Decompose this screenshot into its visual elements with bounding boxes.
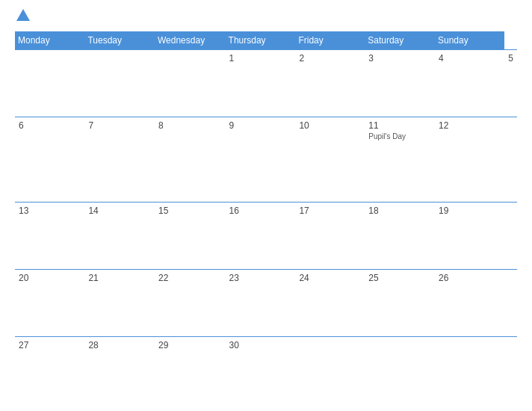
- day-number: 25: [368, 273, 431, 283]
- calendar-day: 23: [226, 270, 296, 337]
- day-number: 2: [299, 53, 361, 64]
- day-header-wednesday: Wednesday: [155, 31, 226, 50]
- calendar-day: 15: [155, 203, 226, 270]
- calendar-day-empty: [15, 50, 84, 117]
- day-number: 17: [299, 206, 361, 216]
- calendar-day: 3: [365, 50, 435, 117]
- calendar-day: 12: [435, 117, 504, 203]
- calendar-day: [365, 337, 435, 404]
- calendar-week-4: 20212223242526: [15, 270, 517, 337]
- calendar-day: 25: [365, 270, 435, 337]
- calendar-day: 27: [15, 337, 84, 404]
- calendar-header: [15, 7, 517, 27]
- day-number: 24: [299, 273, 361, 283]
- calendar-day: 16: [226, 203, 296, 270]
- calendar-day: 29: [155, 337, 226, 404]
- calendar-day: 28: [84, 337, 155, 404]
- day-number: 11: [368, 120, 431, 131]
- calendar-day: 6: [15, 117, 84, 203]
- calendar-day: 20: [15, 270, 84, 337]
- day-number: 7: [88, 120, 151, 131]
- event-label: Pupil's Day: [368, 132, 431, 140]
- day-number: 16: [229, 206, 292, 216]
- calendar-week-1: 12345: [15, 50, 517, 117]
- day-number: 3: [368, 53, 431, 64]
- day-number: 20: [19, 273, 81, 283]
- day-number: 14: [88, 206, 151, 216]
- calendar-day: 30: [226, 337, 296, 404]
- day-number: 29: [158, 340, 222, 350]
- calendar-day: 19: [435, 203, 504, 270]
- day-number: 28: [88, 340, 151, 350]
- calendar-week-5: 27282930: [15, 337, 517, 404]
- days-header-row: MondayTuesdayWednesdayThursdayFridaySatu…: [15, 31, 517, 50]
- calendar-day: 14: [84, 203, 155, 270]
- day-number: 8: [158, 120, 222, 131]
- calendar-day: 4: [435, 50, 504, 117]
- day-number: 21: [88, 273, 151, 283]
- logo-icon: [15, 7, 31, 24]
- calendar-day: 21: [84, 270, 155, 337]
- calendar-day: [435, 337, 504, 404]
- day-number: 30: [229, 340, 292, 350]
- day-number: 5: [508, 53, 513, 64]
- calendar-day: [295, 337, 365, 404]
- calendar-week-3: 13141516171819: [15, 203, 517, 270]
- day-header-thursday: Thursday: [226, 31, 296, 50]
- day-header-tuesday: Tuesday: [84, 31, 155, 50]
- day-number: 12: [439, 120, 501, 131]
- calendar-day-empty: [84, 50, 155, 117]
- day-number: 13: [19, 206, 81, 216]
- day-number: 6: [19, 120, 81, 131]
- calendar-day: 24: [295, 270, 365, 337]
- calendar-day: 9: [226, 117, 296, 203]
- calendar-day: 22: [155, 270, 226, 337]
- day-header-sunday: Sunday: [435, 31, 504, 50]
- logo: [15, 7, 34, 27]
- day-header-friday: Friday: [295, 31, 365, 50]
- calendar-day: 8: [155, 117, 226, 203]
- calendar-day: 5: [504, 50, 517, 117]
- calendar-day: [155, 50, 226, 117]
- day-header-monday: Monday: [15, 31, 84, 50]
- calendar-week-2: 67891011Pupil's Day12: [15, 117, 517, 203]
- calendar-table: MondayTuesdayWednesdayThursdayFridaySatu…: [15, 31, 517, 404]
- calendar-day: 1: [226, 50, 296, 117]
- day-number: 27: [19, 340, 81, 350]
- calendar-day: 10: [295, 117, 365, 203]
- calendar-day: 26: [435, 270, 504, 337]
- day-number: 1: [229, 53, 292, 64]
- day-number: 15: [158, 206, 222, 216]
- day-number: 23: [229, 273, 292, 283]
- calendar-day: 13: [15, 203, 84, 270]
- calendar-day: 7: [84, 117, 155, 203]
- calendar-day: 11Pupil's Day: [365, 117, 435, 203]
- day-number: 10: [299, 120, 361, 131]
- calendar-day: 2: [295, 50, 365, 117]
- calendar-day: 17: [295, 203, 365, 270]
- day-number: 26: [439, 273, 501, 283]
- calendar-day: 18: [365, 203, 435, 270]
- day-number: 22: [158, 273, 222, 283]
- day-number: 4: [439, 53, 501, 64]
- svg-marker-0: [16, 9, 30, 21]
- day-number: 9: [229, 120, 292, 131]
- day-header-saturday: Saturday: [365, 31, 435, 50]
- day-number: 19: [439, 206, 501, 216]
- day-number: 18: [368, 206, 431, 216]
